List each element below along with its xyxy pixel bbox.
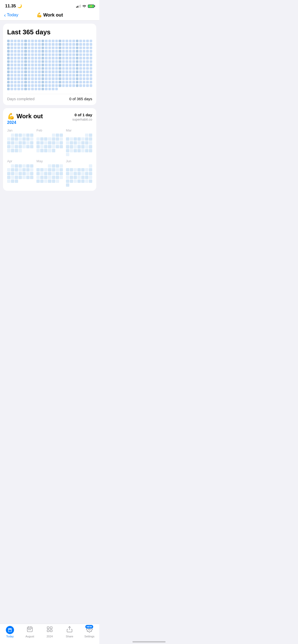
- habit-cell: [35, 64, 37, 66]
- month-day: [15, 137, 18, 141]
- habit-cell: [38, 67, 40, 70]
- habit-cell: [31, 50, 34, 52]
- habit-cell: [79, 43, 82, 46]
- last-365-card: Last 365 days Days completed 0 of 365 da…: [3, 24, 96, 105]
- habit-cell: [10, 50, 13, 52]
- habit-cell: [72, 53, 75, 56]
- month-day: [74, 145, 77, 148]
- habit-cell: [21, 88, 23, 90]
- month-day: [70, 137, 73, 141]
- habit-cell: [76, 47, 78, 49]
- habit-cell: [86, 70, 89, 73]
- month-day: [48, 180, 51, 183]
- month-day: [77, 145, 81, 148]
- month-day: [89, 168, 92, 171]
- month-day: [30, 145, 33, 148]
- month-day: [85, 141, 88, 144]
- month-day: [70, 145, 73, 148]
- habit-cell: [31, 84, 34, 87]
- month-day: [26, 137, 30, 141]
- habit-cell: [10, 77, 13, 80]
- habit-cell: [83, 60, 85, 63]
- month-day: [70, 141, 73, 144]
- month-day: [85, 172, 88, 175]
- habit-cell: [21, 60, 23, 63]
- month-day: [7, 172, 10, 175]
- habit-cell: [65, 64, 68, 66]
- back-button[interactable]: ‹ Today: [4, 12, 18, 18]
- month-day: [89, 137, 92, 141]
- habit-cell: [69, 40, 72, 42]
- month-day: [11, 134, 14, 137]
- month-day-empty: [74, 164, 77, 168]
- habit-cell: [21, 43, 23, 46]
- habit-cell: [28, 53, 30, 56]
- month-day: [22, 145, 26, 148]
- habit-cell: [69, 84, 72, 87]
- habit-cell: [42, 53, 44, 56]
- habit-cell: [28, 64, 30, 66]
- status-bar: 11.35 🌙 ⚡: [0, 0, 99, 10]
- habit-cell: [72, 64, 75, 66]
- habit-cell: [69, 77, 72, 80]
- month-day: [26, 134, 30, 137]
- month-day: [11, 164, 14, 168]
- habit-cell: [48, 77, 51, 80]
- habit-cell: [72, 74, 75, 77]
- month-day: [44, 145, 47, 148]
- month-day: [81, 172, 85, 175]
- month-day: [77, 180, 81, 183]
- month-day: [56, 145, 59, 148]
- habit-cell: [90, 57, 92, 59]
- main-content: Last 365 days Days completed 0 of 365 da…: [0, 21, 99, 194]
- habit-cell: [76, 67, 78, 70]
- month-day-empty: [36, 134, 40, 137]
- month-day: [7, 149, 10, 152]
- habit-cell: [86, 57, 89, 59]
- habit-cell: [55, 74, 58, 77]
- habit-cell: [14, 88, 17, 90]
- month-day: [48, 168, 51, 171]
- month-days-grid: [66, 164, 92, 187]
- habit-cell: [59, 47, 61, 49]
- month-day: [81, 141, 85, 144]
- month-day: [22, 164, 26, 168]
- habit-cell: [86, 84, 89, 87]
- month-day: [77, 137, 81, 141]
- habit-cell: [14, 47, 17, 49]
- month-label: Jan: [7, 128, 33, 132]
- habit-cell: [14, 77, 17, 80]
- habit-cell: [31, 53, 34, 56]
- habit-cell: [10, 60, 13, 63]
- habit-cell: [38, 53, 40, 56]
- month-day: [36, 141, 40, 144]
- month-day: [56, 137, 59, 141]
- month-day: [30, 176, 33, 179]
- month-day: [40, 172, 44, 175]
- month-label: Feb: [36, 128, 63, 132]
- habit-cell: [7, 40, 10, 42]
- habit-cell: [76, 50, 78, 52]
- scroll-content: Last 365 days Days completed 0 of 365 da…: [0, 21, 99, 219]
- habit-cell: [48, 50, 51, 52]
- month-day: [19, 168, 22, 171]
- habit-cell: [7, 43, 10, 46]
- month-label: Mar: [66, 128, 92, 132]
- month-day: [66, 172, 69, 175]
- habit-cell: [17, 81, 20, 83]
- habit-cell: [31, 88, 34, 90]
- habit-cell: [90, 50, 92, 52]
- habit-cell: [62, 50, 65, 52]
- month-day: [19, 134, 22, 137]
- habit-cell: [90, 43, 92, 46]
- month-day: [36, 168, 40, 171]
- month-day: [19, 164, 22, 168]
- habit-cell: [48, 60, 51, 63]
- habit-cell: [59, 43, 61, 46]
- month-day: [11, 137, 14, 141]
- habit-cell: [24, 53, 27, 56]
- month-label: May: [36, 159, 63, 163]
- month-day: [66, 153, 69, 156]
- habit-cell: [45, 50, 47, 52]
- habit-cell: [7, 50, 10, 52]
